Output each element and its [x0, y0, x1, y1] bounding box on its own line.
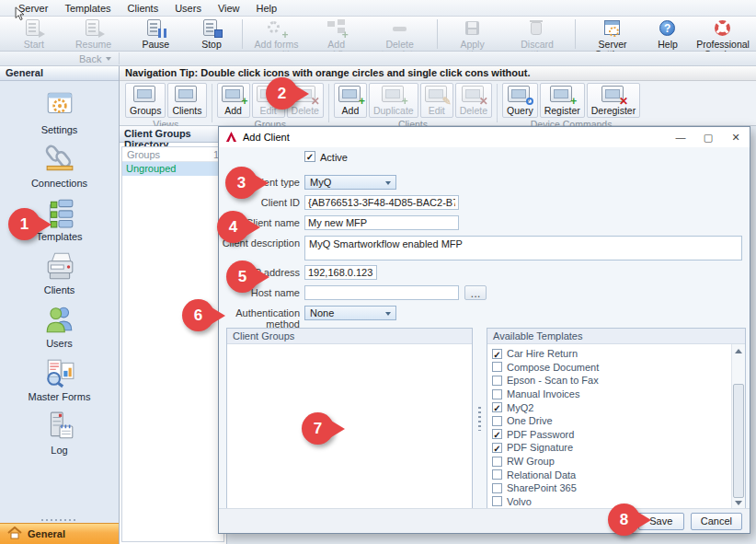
template-row[interactable]: ✓PDF Signature	[487, 441, 731, 455]
sidebar-splitter-handle[interactable]	[0, 517, 119, 522]
template-row[interactable]: RW Group	[487, 455, 731, 469]
device-deregister-button[interactable]: ✕ Deregister	[587, 83, 640, 118]
sidebar-item-clients[interactable]: Clients	[9, 250, 110, 295]
back-button[interactable]: Back	[72, 52, 120, 64]
scrollbar-thumb[interactable]	[733, 384, 744, 498]
template-checkbox[interactable]: ✓	[492, 443, 502, 453]
ip-address-input[interactable]	[304, 265, 377, 280]
discard-settings-icon	[526, 19, 548, 38]
template-row[interactable]: Epson - Scan to Fax	[487, 374, 731, 388]
authentication-method-value: None	[310, 307, 334, 318]
sidebar: General Settings Connections Templates C…	[0, 66, 120, 544]
groups-add-button[interactable]: + Add	[217, 83, 250, 118]
menu-help[interactable]: Help	[249, 2, 285, 15]
menu-bar: Server Templates Clients Users View Help	[0, 0, 756, 17]
maximize-button[interactable]: ▢	[694, 127, 722, 147]
minimize-button[interactable]: —	[667, 127, 694, 147]
clients-add-button[interactable]: + Add	[334, 83, 367, 118]
authentication-method-select[interactable]: None	[304, 306, 396, 320]
client-name-input[interactable]	[304, 215, 459, 230]
register-icon: +	[550, 86, 574, 103]
users-icon	[41, 304, 78, 337]
template-checkbox[interactable]	[492, 457, 502, 467]
template-row[interactable]: SharePoint 365	[487, 481, 731, 495]
scroll-down-icon[interactable]	[732, 496, 745, 509]
device-query-button[interactable]: Query	[502, 83, 538, 118]
template-checkbox[interactable]	[492, 416, 502, 426]
menu-clients[interactable]: Clients	[120, 2, 166, 15]
template-checkbox[interactable]: ✓	[492, 429, 502, 439]
template-row[interactable]: One Drive	[487, 414, 731, 428]
client-description-input[interactable]: MyQ Smartworkflow enabled MFP	[304, 236, 742, 260]
client-groups-directory-title: Client Groups Directory	[120, 126, 226, 143]
template-row[interactable]: Compose Document	[487, 361, 731, 375]
template-checkbox[interactable]	[492, 362, 502, 372]
scroll-up-icon[interactable]	[732, 344, 745, 357]
template-checkbox[interactable]	[492, 496, 502, 506]
sidebar-header: General	[0, 66, 119, 81]
template-row[interactable]: Volvo	[487, 495, 731, 509]
template-checkbox[interactable]	[492, 469, 502, 480]
delete-client-icon: ✕	[462, 86, 486, 103]
ribbon-group-clients: + Add + Duplicate ✎ Edit ✕ Delete Client…	[334, 83, 492, 125]
sidebar-footer-general[interactable]: General	[0, 523, 119, 544]
template-checkbox[interactable]	[492, 483, 502, 493]
sidebar-item-settings[interactable]: Settings	[9, 90, 110, 135]
panel-splitter-handle[interactable]	[473, 328, 487, 510]
ribbon-separator	[212, 84, 212, 122]
close-button[interactable]: ✕	[722, 127, 750, 147]
help-button[interactable]: Help	[646, 18, 690, 51]
sidebar-item-connections[interactable]: Connections	[9, 144, 110, 189]
template-row[interactable]: Manual Invoices	[487, 388, 731, 401]
template-checkbox[interactable]	[492, 389, 502, 399]
annotation-step-2: 2	[266, 77, 298, 110]
client-groups-panel-title: Client Groups	[227, 329, 472, 344]
server-stop-icon	[200, 19, 223, 38]
add-client-dialog: Add Client — ▢ ✕ ✓ Active Client type My…	[218, 126, 750, 534]
template-checkbox[interactable]: ✓	[492, 402, 502, 412]
main-toolbar: Start server Resume server Pause server …	[0, 17, 756, 52]
annotation-step-1: 1	[8, 208, 40, 240]
clients-duplicate-button[interactable]: + Duplicate	[369, 83, 418, 118]
client-id-input[interactable]	[304, 195, 459, 210]
views-groups-button[interactable]: Groups	[125, 83, 166, 118]
cancel-button[interactable]: Cancel	[691, 513, 742, 530]
app-logo-icon	[225, 131, 237, 145]
groups-column-header[interactable]: Groups 1	[122, 147, 223, 162]
menu-users[interactable]: Users	[167, 2, 209, 15]
device-register-button[interactable]: + Register	[540, 83, 585, 118]
host-name-input[interactable]	[304, 285, 459, 300]
active-label: Active	[320, 151, 348, 163]
sidebar-item-users[interactable]: Users	[9, 304, 110, 349]
group-row-ungrouped[interactable]: Ungrouped	[122, 162, 223, 176]
duplicate-client-icon: +	[382, 86, 406, 103]
template-row[interactable]: ✓Car Hire Return	[487, 347, 731, 361]
edit-client-icon: ✎	[425, 86, 449, 103]
annotation-step-3: 3	[225, 167, 258, 199]
template-checkbox[interactable]	[492, 376, 502, 386]
settings-icon	[41, 90, 78, 123]
template-row[interactable]: ✓PDF Password	[487, 428, 731, 442]
client-type-select[interactable]: MyQ	[304, 175, 396, 190]
host-name-browse-button[interactable]: ...	[464, 285, 487, 300]
master-forms-icon	[41, 357, 78, 390]
sidebar-item-log[interactable]: Log	[9, 411, 110, 456]
navigation-back-bar: Back	[0, 52, 756, 66]
active-checkbox[interactable]: ✓	[304, 151, 315, 162]
templates-scrollbar[interactable]	[731, 344, 745, 509]
dialog-title-bar[interactable]: Add Client — ▢ ✕	[219, 127, 750, 147]
ribbon-toolbar: Groups Clients Views + Add ✎ Edit ✕ Dele…	[120, 81, 756, 126]
template-row[interactable]: ✓MyQ2	[487, 400, 731, 414]
clients-delete-button[interactable]: ✕ Delete	[455, 83, 492, 118]
sidebar-item-master-forms[interactable]: Master Forms	[9, 357, 110, 402]
menu-templates[interactable]: Templates	[57, 2, 118, 15]
connections-icon	[41, 144, 78, 177]
menu-view[interactable]: View	[211, 2, 247, 15]
clients-edit-button[interactable]: ✎ Edit	[420, 83, 453, 118]
template-row[interactable]: Relational Data	[487, 468, 731, 481]
template-checkbox[interactable]: ✓	[492, 349, 502, 359]
ribbon-separator	[497, 84, 498, 122]
client-groups-panel: Client Groups	[226, 328, 473, 510]
available-templates-title: Available Templates	[487, 329, 745, 344]
views-clients-button[interactable]: Clients	[167, 83, 206, 118]
